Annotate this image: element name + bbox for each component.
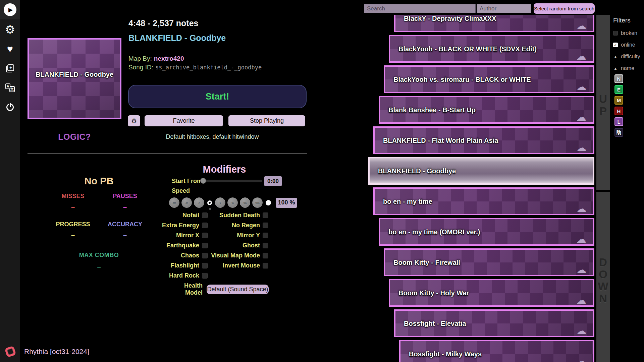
song-item-background: bo en - my time (OMORI ver.)☁ [380,219,593,244]
max-combo-label: MAX COMBO [47,251,151,259]
modifier-checkbox[interactable] [202,243,208,248]
difficulty-badge-E[interactable]: E [614,85,623,94]
modifier-checkbox[interactable] [202,253,208,258]
unchecked-checkbox-icon [613,31,618,36]
sidebar-item-favorites[interactable]: ♥ [0,39,20,59]
modifier-checkbox[interactable] [202,273,208,279]
slider-thumb[interactable] [200,178,206,184]
song-list-item[interactable]: bo en - my time (OMORI ver.)☁ [379,218,594,246]
song-list-item[interactable]: BlackYooh - BLACK OR WHITE (SDVX Edit)☁ [389,35,594,63]
sidebar-item-power[interactable] [0,98,20,117]
modifiers-title: Modifiers [169,164,280,175]
song-item-background: BlackYooh vs. siromaru - BLACK or WHITE☁ [385,67,593,92]
favorite-button[interactable]: Favorite [145,115,223,126]
filter-label: broken [621,30,637,36]
speed-up-button[interactable]: › [215,197,225,208]
modifier-checkbox[interactable] [202,233,208,238]
sidebar-item-play[interactable]: ▶ [0,0,20,19]
speed-down-button[interactable]: ‹‹ [181,197,192,208]
song-list-item[interactable]: Boom Kitty - Firewall☁ [384,248,594,276]
modifier-checkbox-grid: NofailSudden DeathExtra EnergyNo RegenMi… [169,210,268,281]
search-input[interactable] [364,4,476,13]
sort-difficulty[interactable]: ▲difficulty [613,54,644,60]
cloud-icon: ☁ [576,356,586,362]
speed-value: 100 % [276,198,297,208]
modifier-checkbox[interactable] [263,263,268,268]
modifier-checkbox[interactable] [263,233,268,238]
song-item-title: BLANKFIELD - Flat World Plain Asia [383,136,498,144]
modifier-label: Nofail [182,212,199,219]
map-by-value: nextro420 [154,55,184,62]
map-settings-button[interactable]: ⚙ [128,115,140,126]
sort-asc-triangle-icon: ▲ [613,66,618,70]
modifier-checkbox[interactable] [263,213,268,218]
modifier-checkbox[interactable] [263,253,268,258]
speed-up-button[interactable]: ››› [240,197,250,208]
difficulty-badge-H[interactable]: H [614,107,623,115]
album-art[interactable]: BLANKFIELD - Goodbye [28,38,121,119]
speed-normal-radio[interactable]: = [207,200,212,205]
sidebar-item-settings[interactable]: ⚙ [0,20,20,39]
song-list-item[interactable]: Boom Kitty - Holy War☁ [389,279,594,307]
play-icon: ▶ [4,3,16,16]
song-list-item[interactable]: Bossfight - Elevatia☁ [394,309,594,337]
song-list-item[interactable]: BLANKFIELD - Flat World Plain Asia☁ [373,126,594,154]
stat-label: ACCURACY [99,220,151,229]
cloud-icon: ☁ [576,204,586,214]
scroll-up-button[interactable]: UP [596,15,610,190]
speed-up-button[interactable]: ›› [227,197,238,208]
modifier-checkbox[interactable] [202,213,208,218]
difficulty-badge-助[interactable]: 助 [614,128,623,137]
health-model-select[interactable]: Default (Sound Space) [207,285,269,294]
speed-down-button[interactable]: ‹ [194,197,204,208]
modifier-label: Visual Map Mode [211,252,260,259]
sidebar-item-add-collection[interactable]: + [0,59,20,78]
modifier-checkbox[interactable] [202,263,208,268]
speed-label: Speed [172,187,190,194]
modifier-checkbox[interactable] [202,223,208,228]
song-item-background: BLANKFIELD - Goodbye [370,158,593,183]
speed-up-button[interactable]: ›››› [252,197,263,208]
mid-divider [28,154,307,154]
stop-playing-button[interactable]: Stop Playing [228,115,305,126]
sidebar-item-language[interactable]: A文 [0,78,20,98]
filters-panel: Filters broken✓online ▲difficulty▲name [613,17,644,77]
scroll-strip: UP DOWN [596,15,610,362]
gear-small-icon: ⚙ [131,117,137,125]
speed-down-button[interactable]: ‹‹‹ [169,197,179,208]
sort-name[interactable]: ▲name [613,65,644,71]
map-by-label: Map By: [128,55,152,62]
song-list-item[interactable]: Bossfight - Milky Ways☁ [399,340,594,362]
sort-label: name [621,65,634,71]
difficulty-badge-L[interactable]: L [614,117,623,126]
song-list-item[interactable]: Blank Banshee - B-Start Up☁ [379,96,594,124]
modifier-checkbox[interactable] [263,243,268,248]
gear-icon: ⚙ [5,24,15,35]
modifier-label: Ghost [243,242,260,249]
difficulty-badge-M[interactable]: M [614,96,623,105]
modifier-row: EarthquakeGhost [169,240,268,250]
start-button[interactable]: Start! [128,85,307,108]
filter-online[interactable]: ✓online [613,42,644,48]
modifier-checkbox[interactable] [263,223,268,228]
filter-label: online [621,42,635,48]
speed-custom-dot[interactable] [266,200,271,205]
modifier-label: Mirror X [176,232,199,239]
song-list-item[interactable]: bo en - my time☁ [373,187,594,215]
modifier-label: Extra Energy [162,222,199,229]
song-item-title: bo en - my time [383,197,432,205]
start-from-slider[interactable] [201,180,262,182]
modifier-row: Extra EnergyNo Regen [169,220,268,230]
author-input[interactable] [477,4,531,13]
modifier-label: Earthquake [166,242,199,249]
filter-broken[interactable]: broken [613,30,644,36]
song-item-background: Bossfight - Elevatia☁ [395,311,593,336]
cloud-icon: ☁ [576,112,586,122]
cloud-icon: ☁ [576,82,586,92]
song-list-item[interactable]: BLANKFIELD - Goodbye [368,157,594,185]
difficulty-badge-N[interactable]: N [614,74,623,83]
song-list-item[interactable]: BlackYooh vs. siromaru - BLACK or WHITE☁ [384,65,594,93]
map-by-row: Map By:nextro420 [128,55,184,62]
scroll-down-button[interactable]: DOWN [596,192,610,362]
random-from-search-button[interactable]: Select random from search [534,3,595,14]
